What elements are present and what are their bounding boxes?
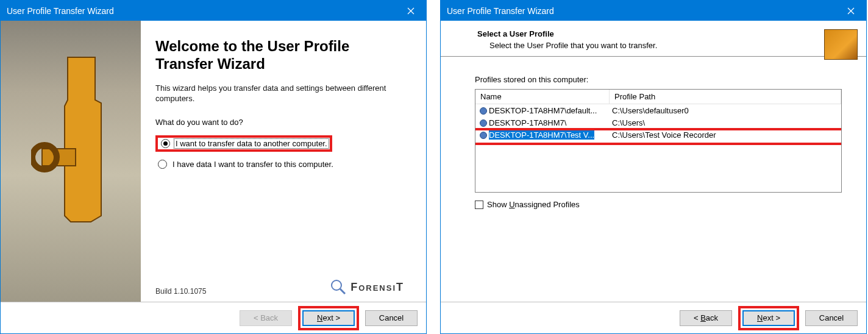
header-title: Select a User Profile xyxy=(477,29,657,38)
titlebar[interactable]: User Profile Transfer Wizard xyxy=(1,1,426,21)
show-unassigned-label[interactable]: Show Unassigned Profiles xyxy=(487,200,580,209)
window-title: User Profile Transfer Wizard xyxy=(7,6,396,16)
titlebar[interactable]: User Profile Transfer Wizard xyxy=(441,1,866,21)
highlight-box-next: Next > xyxy=(298,306,359,330)
list-label: Profiles stored on this computer: xyxy=(475,75,842,84)
close-icon xyxy=(407,7,414,15)
user-icon xyxy=(478,118,488,127)
table-row-selected[interactable]: DESKTOP-1TA8HM7\Test V... C:\Users\Test … xyxy=(475,129,841,141)
back-button: < Back xyxy=(240,310,292,326)
close-icon xyxy=(847,7,855,15)
table-row[interactable]: DESKTOP-1TA8HM7\ C:\Users\ xyxy=(475,116,841,129)
svg-point-4 xyxy=(332,280,341,290)
header-icon xyxy=(824,29,858,60)
magnifier-icon xyxy=(330,279,347,296)
radio-label-transfer-to[interactable]: I want to transfer data to another compu… xyxy=(174,138,329,149)
highlight-box: I want to transfer data to another compu… xyxy=(155,135,332,152)
wizard-sidebar-image xyxy=(1,21,141,302)
brand-logo: ForensiT xyxy=(330,279,404,296)
question-label: What do you want to do? xyxy=(155,118,404,127)
radio-label-transfer-from[interactable]: I have data I want to transfer to this c… xyxy=(171,159,335,169)
listview-header: Name Profile Path xyxy=(475,90,841,104)
wizard-window-select-profile: User Profile Transfer Wizard Select a Us… xyxy=(440,0,867,334)
highlight-box-next: Next > xyxy=(738,306,799,330)
build-label: Build 1.10.1075 xyxy=(155,287,206,296)
cancel-button[interactable]: Cancel xyxy=(805,310,858,326)
next-button[interactable]: Next > xyxy=(742,310,795,326)
listview-body: DESKTOP-1TA8HM7\default... C:\Users\defa… xyxy=(475,104,841,192)
wizard-footer: < Back Next > Cancel xyxy=(441,302,866,333)
close-button[interactable] xyxy=(396,1,426,21)
column-path[interactable]: Profile Path xyxy=(610,90,841,104)
radio-transfer-to[interactable] xyxy=(161,139,170,148)
wizard-footer: < Back Next > Cancel xyxy=(1,302,426,333)
intro-text: This wizard helps you transfer data and … xyxy=(155,83,404,104)
back-button[interactable]: < Back xyxy=(680,310,732,326)
cancel-button[interactable]: Cancel xyxy=(365,310,418,326)
close-button[interactable] xyxy=(836,1,866,21)
wizard-header: Select a User Profile Select the User Pr… xyxy=(441,21,866,57)
column-name[interactable]: Name xyxy=(475,90,610,104)
header-subtitle: Select the User Profile that you want to… xyxy=(477,41,657,50)
show-unassigned-checkbox[interactable] xyxy=(475,201,483,209)
wizard-window-welcome: User Profile Transfer Wizard Welcome to … xyxy=(0,0,427,334)
lock-icon xyxy=(31,45,110,265)
user-icon xyxy=(478,130,488,140)
page-title: Welcome to the User Profile Transfer Wiz… xyxy=(155,38,404,73)
wizard-content: Welcome to the User Profile Transfer Wiz… xyxy=(141,21,426,302)
table-row[interactable]: DESKTOP-1TA8HM7\default... C:\Users\defa… xyxy=(475,104,841,116)
wizard-content: Profiles stored on this computer: Name P… xyxy=(441,57,866,302)
next-button[interactable]: Next > xyxy=(302,310,355,326)
brand-text: ForensiT xyxy=(350,281,404,294)
svg-line-5 xyxy=(340,289,345,294)
user-icon xyxy=(478,105,488,115)
radio-transfer-from[interactable] xyxy=(158,160,167,169)
window-title: User Profile Transfer Wizard xyxy=(447,6,836,16)
profile-listview[interactable]: Name Profile Path DESKTOP-1TA8HM7\defaul… xyxy=(475,89,842,193)
